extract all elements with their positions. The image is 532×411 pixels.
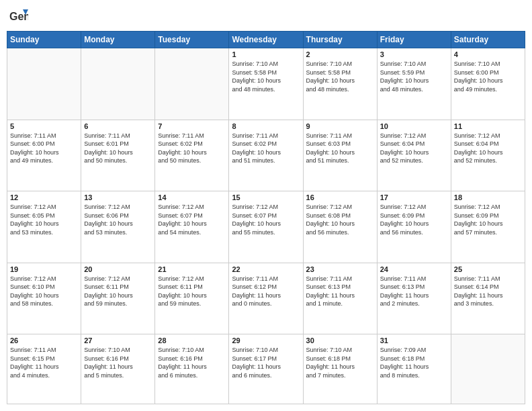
- weekday-header-thursday: Thursday: [303, 32, 377, 48]
- calendar-cell: 10Sunrise: 7:12 AM Sunset: 6:04 PM Dayli…: [377, 120, 451, 191]
- calendar-cell: 9Sunrise: 7:11 AM Sunset: 6:03 PM Daylig…: [303, 120, 377, 191]
- day-info: Sunrise: 7:10 AM Sunset: 5:58 PM Dayligh…: [306, 60, 374, 93]
- day-number: 9: [306, 122, 374, 130]
- day-info: Sunrise: 7:10 AM Sunset: 6:00 PM Dayligh…: [454, 60, 522, 93]
- day-number: 21: [158, 265, 226, 273]
- day-info: Sunrise: 7:11 AM Sunset: 6:00 PM Dayligh…: [10, 132, 78, 165]
- day-info: Sunrise: 7:12 AM Sunset: 6:06 PM Dayligh…: [84, 203, 152, 236]
- weekday-header-saturday: Saturday: [451, 32, 525, 48]
- day-number: 16: [306, 193, 374, 201]
- day-number: 27: [84, 336, 152, 345]
- calendar-cell: 7Sunrise: 7:11 AM Sunset: 6:02 PM Daylig…: [155, 120, 229, 191]
- day-info: Sunrise: 7:12 AM Sunset: 6:11 PM Dayligh…: [158, 275, 226, 308]
- day-info: Sunrise: 7:11 AM Sunset: 6:02 PM Dayligh…: [232, 132, 300, 165]
- day-number: 20: [84, 265, 152, 273]
- day-number: 26: [10, 336, 78, 345]
- day-info: Sunrise: 7:10 AM Sunset: 5:58 PM Dayligh…: [232, 60, 300, 93]
- day-number: 10: [380, 122, 448, 130]
- day-number: 31: [380, 336, 448, 345]
- page-header: Gen: [7, 7, 525, 26]
- calendar-week-4: 19Sunrise: 7:12 AM Sunset: 6:10 PM Dayli…: [7, 263, 525, 334]
- calendar-cell: [81, 48, 155, 120]
- day-info: Sunrise: 7:11 AM Sunset: 6:15 PM Dayligh…: [10, 346, 78, 379]
- day-number: 30: [306, 336, 374, 345]
- day-number: 15: [232, 193, 300, 201]
- day-number: 4: [454, 50, 522, 58]
- calendar-cell: 26Sunrise: 7:11 AM Sunset: 6:15 PM Dayli…: [7, 334, 81, 404]
- day-info: Sunrise: 7:12 AM Sunset: 6:07 PM Dayligh…: [232, 203, 300, 236]
- day-number: 24: [380, 265, 448, 273]
- calendar-cell: 13Sunrise: 7:12 AM Sunset: 6:06 PM Dayli…: [81, 191, 155, 263]
- calendar-cell: [7, 48, 81, 120]
- day-info: Sunrise: 7:11 AM Sunset: 6:01 PM Dayligh…: [84, 132, 152, 165]
- calendar-cell: 8Sunrise: 7:11 AM Sunset: 6:02 PM Daylig…: [229, 120, 303, 191]
- day-number: 2: [306, 50, 374, 58]
- calendar-cell: 17Sunrise: 7:12 AM Sunset: 6:09 PM Dayli…: [377, 191, 451, 263]
- calendar-week-2: 5Sunrise: 7:11 AM Sunset: 6:00 PM Daylig…: [7, 120, 525, 191]
- calendar-cell: 16Sunrise: 7:12 AM Sunset: 6:08 PM Dayli…: [303, 191, 377, 263]
- day-number: 8: [232, 122, 300, 130]
- day-info: Sunrise: 7:12 AM Sunset: 6:05 PM Dayligh…: [10, 203, 78, 236]
- calendar-cell: 11Sunrise: 7:12 AM Sunset: 6:04 PM Dayli…: [451, 120, 525, 191]
- day-number: 19: [10, 265, 78, 273]
- day-info: Sunrise: 7:12 AM Sunset: 6:11 PM Dayligh…: [84, 275, 152, 308]
- day-info: Sunrise: 7:12 AM Sunset: 6:08 PM Dayligh…: [306, 203, 374, 236]
- calendar-cell: 3Sunrise: 7:10 AM Sunset: 5:59 PM Daylig…: [377, 48, 451, 120]
- calendar-cell: 31Sunrise: 7:09 AM Sunset: 6:18 PM Dayli…: [377, 334, 451, 404]
- calendar-cell: [451, 334, 525, 404]
- calendar-cell: 4Sunrise: 7:10 AM Sunset: 6:00 PM Daylig…: [451, 48, 525, 120]
- calendar-cell: [155, 48, 229, 120]
- day-number: 12: [10, 193, 78, 201]
- calendar-cell: 5Sunrise: 7:11 AM Sunset: 6:00 PM Daylig…: [7, 120, 81, 191]
- calendar-cell: 24Sunrise: 7:11 AM Sunset: 6:13 PM Dayli…: [377, 263, 451, 334]
- day-number: 29: [232, 336, 300, 345]
- day-number: 22: [232, 265, 300, 273]
- day-info: Sunrise: 7:12 AM Sunset: 6:04 PM Dayligh…: [380, 132, 448, 165]
- logo-icon: Gen: [9, 7, 28, 26]
- calendar-cell: 20Sunrise: 7:12 AM Sunset: 6:11 PM Dayli…: [81, 263, 155, 334]
- day-info: Sunrise: 7:10 AM Sunset: 5:59 PM Dayligh…: [380, 60, 448, 93]
- day-info: Sunrise: 7:12 AM Sunset: 6:07 PM Dayligh…: [158, 203, 226, 236]
- calendar-cell: 28Sunrise: 7:10 AM Sunset: 6:16 PM Dayli…: [155, 334, 229, 404]
- day-info: Sunrise: 7:10 AM Sunset: 6:16 PM Dayligh…: [158, 346, 226, 379]
- day-number: 23: [306, 265, 374, 273]
- day-info: Sunrise: 7:11 AM Sunset: 6:12 PM Dayligh…: [232, 275, 300, 308]
- day-number: 18: [454, 193, 522, 201]
- calendar-cell: 22Sunrise: 7:11 AM Sunset: 6:12 PM Dayli…: [229, 263, 303, 334]
- calendar-table: SundayMondayTuesdayWednesdayThursdayFrid…: [7, 31, 525, 404]
- calendar-cell: 6Sunrise: 7:11 AM Sunset: 6:01 PM Daylig…: [81, 120, 155, 191]
- day-info: Sunrise: 7:11 AM Sunset: 6:03 PM Dayligh…: [306, 132, 374, 165]
- day-info: Sunrise: 7:12 AM Sunset: 6:04 PM Dayligh…: [454, 132, 522, 165]
- weekday-header-wednesday: Wednesday: [229, 32, 303, 48]
- day-number: 11: [454, 122, 522, 130]
- day-info: Sunrise: 7:10 AM Sunset: 6:16 PM Dayligh…: [84, 346, 152, 379]
- day-info: Sunrise: 7:11 AM Sunset: 6:14 PM Dayligh…: [454, 275, 522, 308]
- day-number: 14: [158, 193, 226, 201]
- calendar-cell: 29Sunrise: 7:10 AM Sunset: 6:17 PM Dayli…: [229, 334, 303, 404]
- calendar-cell: 19Sunrise: 7:12 AM Sunset: 6:10 PM Dayli…: [7, 263, 81, 334]
- weekday-header-sunday: Sunday: [7, 32, 81, 48]
- day-number: 25: [454, 265, 522, 273]
- day-info: Sunrise: 7:12 AM Sunset: 6:09 PM Dayligh…: [454, 203, 522, 236]
- day-info: Sunrise: 7:10 AM Sunset: 6:18 PM Dayligh…: [306, 346, 374, 379]
- calendar-cell: 1Sunrise: 7:10 AM Sunset: 5:58 PM Daylig…: [229, 48, 303, 120]
- day-info: Sunrise: 7:09 AM Sunset: 6:18 PM Dayligh…: [380, 346, 448, 379]
- calendar-cell: 18Sunrise: 7:12 AM Sunset: 6:09 PM Dayli…: [451, 191, 525, 263]
- calendar-cell: 30Sunrise: 7:10 AM Sunset: 6:18 PM Dayli…: [303, 334, 377, 404]
- weekday-header-monday: Monday: [81, 32, 155, 48]
- calendar-cell: 25Sunrise: 7:11 AM Sunset: 6:14 PM Dayli…: [451, 263, 525, 334]
- day-info: Sunrise: 7:11 AM Sunset: 6:13 PM Dayligh…: [306, 275, 374, 308]
- day-info: Sunrise: 7:11 AM Sunset: 6:02 PM Dayligh…: [158, 132, 226, 165]
- calendar-week-3: 12Sunrise: 7:12 AM Sunset: 6:05 PM Dayli…: [7, 191, 525, 263]
- weekday-header-friday: Friday: [377, 32, 451, 48]
- day-info: Sunrise: 7:12 AM Sunset: 6:09 PM Dayligh…: [380, 203, 448, 236]
- calendar-cell: 27Sunrise: 7:10 AM Sunset: 6:16 PM Dayli…: [81, 334, 155, 404]
- calendar-week-5: 26Sunrise: 7:11 AM Sunset: 6:15 PM Dayli…: [7, 334, 525, 404]
- day-info: Sunrise: 7:11 AM Sunset: 6:13 PM Dayligh…: [380, 275, 448, 308]
- calendar-cell: 2Sunrise: 7:10 AM Sunset: 5:58 PM Daylig…: [303, 48, 377, 120]
- weekday-header-tuesday: Tuesday: [155, 32, 229, 48]
- day-number: 28: [158, 336, 226, 345]
- calendar-cell: 15Sunrise: 7:12 AM Sunset: 6:07 PM Dayli…: [229, 191, 303, 263]
- day-number: 7: [158, 122, 226, 130]
- calendar-cell: 23Sunrise: 7:11 AM Sunset: 6:13 PM Dayli…: [303, 263, 377, 334]
